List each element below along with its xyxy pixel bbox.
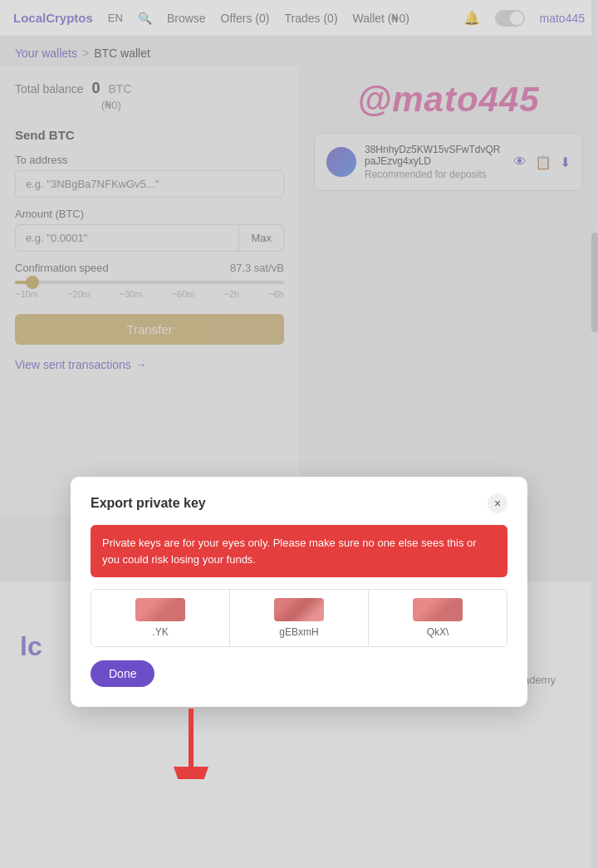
arrow-indicator <box>170 704 212 782</box>
warning-box: Private keys are for your eyes only. Ple… <box>91 525 507 577</box>
export-key-modal: Export private key × Private keys are fo… <box>71 477 527 707</box>
arrow-svg <box>170 704 212 779</box>
key-segment-3: QkX\ <box>369 590 507 646</box>
key-display: .YK gEBxmH QkX\ <box>91 589 507 647</box>
modal-title: Export private key <box>91 496 206 511</box>
modal-close-button[interactable]: × <box>488 493 507 513</box>
key-segment-2: gEBxmH <box>230 590 369 646</box>
done-button[interactable]: Done <box>91 660 154 687</box>
modal-overlay: Export private key × Private keys are fo… <box>0 0 598 868</box>
key-segment-1: .YK <box>91 590 230 646</box>
